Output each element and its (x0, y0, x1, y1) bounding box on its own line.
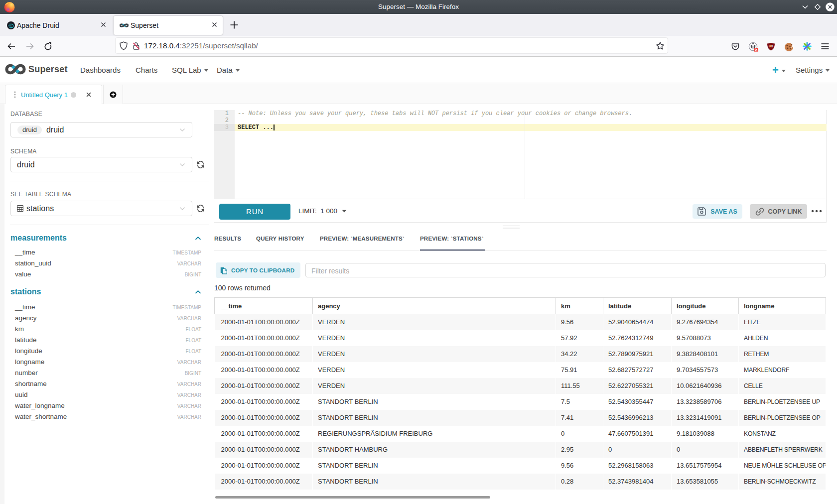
svg-text:uO: uO (769, 44, 773, 48)
